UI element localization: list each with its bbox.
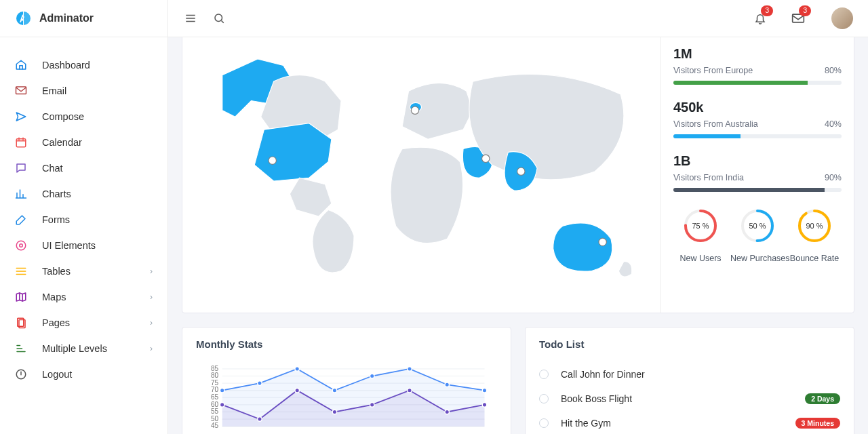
brand-name: Adminator [39,12,94,24]
map-region-south-america [313,210,354,273]
calendar-icon [15,136,27,149]
svg-point-7 [215,14,222,22]
todo-checkbox[interactable] [539,418,549,428]
map-pin-australia[interactable] [599,238,606,245]
visitor-count: 1B [673,153,842,169]
gauge-label: New Users [673,254,728,263]
visitor-count: 1M [673,46,842,62]
notifications-icon[interactable]: 3 [753,11,768,26]
home-icon [15,59,27,71]
pages-icon [15,317,27,329]
map-card: 1MVisitors From Europe80%450kVisitors Fr… [182,37,854,313]
world-map[interactable] [182,37,660,313]
svg-text:80: 80 [211,372,219,379]
sidebar-item-tables[interactable]: Tables› [0,258,167,284]
chevron-right-icon: › [150,267,153,276]
todo-item[interactable]: Call John for Dinner [539,362,840,387]
map-pin-usa[interactable] [269,157,276,164]
sidebar-item-label: Forms [42,214,153,225]
sidebar-item-ui-elements[interactable]: UI Elements [0,233,167,258]
send-icon [15,111,27,123]
todo-label: Book Boss Flight [561,393,805,404]
map-side: 1MVisitors From Europe80%450kVisitors Fr… [660,37,854,313]
gauges: 75 %New Users50 %New Purchases90 %Bounce… [673,207,842,263]
gauge: 50 %New Purchases [730,207,785,263]
sidebar-item-label: Multiple Levels [42,343,150,354]
sidebar-item-label: Pages [42,317,150,328]
map-pin-uk[interactable] [411,106,418,114]
svg-point-43 [482,388,486,392]
svg-point-46 [295,388,299,392]
avatar[interactable] [831,7,853,29]
chevron-right-icon: › [150,344,153,353]
sidebar-item-pages[interactable]: Pages› [0,310,167,336]
pencil-icon [15,214,27,226]
topbar: 3 3 [168,0,868,37]
progress-bar [673,134,842,138]
table-icon [15,265,27,277]
gauge: 75 %New Users [673,207,728,263]
map-region-africa [391,147,463,243]
visitor-stat: 1MVisitors From Europe80% [673,46,842,85]
sidebar-item-compose[interactable]: Compose [0,104,167,130]
menu-toggle-icon[interactable] [183,11,198,26]
chevron-right-icon: › [150,292,153,302]
visitor-pct: 40% [825,119,842,129]
todo-checkbox[interactable] [539,370,549,379]
svg-text:60: 60 [211,401,219,408]
sidebar: Adminator DashboardEmailComposeCalendarC… [0,0,168,434]
svg-point-3 [20,244,23,248]
sidebar-item-forms[interactable]: Forms [0,207,167,233]
map-region-asia [469,74,624,179]
svg-rect-0 [16,87,26,94]
map-region-usa [254,123,332,181]
sidebar-item-email[interactable]: Email [0,78,167,104]
map-pin-india[interactable] [517,167,525,175]
search-icon[interactable] [212,11,226,26]
sidebar-item-logout[interactable]: Logout [0,361,167,387]
svg-point-37 [258,381,262,385]
logout-icon [15,368,27,380]
svg-text:50 %: 50 % [749,222,766,230]
chevron-right-icon: › [150,318,153,328]
brand[interactable]: Adminator [0,0,167,37]
map-pin-saudi[interactable] [482,155,490,162]
todo-title: Todo List [526,328,854,357]
svg-point-42 [445,382,449,387]
sidebar-item-label: Charts [42,189,153,199]
gauge: 90 %Bounce Rate [787,207,842,263]
todo-list: Call John for DinnerBook Boss Flight2 Da… [526,357,854,434]
content: 1MVisitors From Europe80%450kVisitors Fr… [168,37,868,434]
visitor-stat: 450kVisitors From Australia40% [673,100,842,138]
levels-icon [15,342,27,355]
sidebar-item-multiple-levels[interactable]: Multiple Levels› [0,336,167,361]
svg-text:55: 55 [211,408,219,415]
svg-point-50 [445,410,449,414]
sidebar-item-label: UI Elements [42,240,153,251]
bars-icon [15,188,27,200]
svg-text:70: 70 [211,386,219,393]
sidebar-item-label: Compose [42,111,153,122]
todo-card: Todo List Call John for DinnerBook Boss … [525,327,854,434]
svg-point-41 [408,367,412,371]
sidebar-item-charts[interactable]: Charts [0,181,167,207]
todo-item[interactable]: Book Boss Flight2 Days [539,387,840,411]
monthly-stats-title: Monthly Stats [182,328,511,357]
sidebar-item-chat[interactable]: Chat [0,155,167,181]
mail-icon[interactable]: 3 [791,11,806,26]
svg-text:90 %: 90 % [806,222,823,230]
svg-text:50: 50 [211,415,219,422]
sidebar-item-calendar[interactable]: Calendar [0,130,167,155]
sidebar-item-dashboard[interactable]: Dashboard [0,52,167,78]
sidebar-item-maps[interactable]: Maps› [0,284,167,310]
todo-checkbox[interactable] [539,394,549,403]
monthly-stats-chart[interactable]: 858075706560555045 [182,357,511,434]
todo-item[interactable]: Hit the Gym3 Minutes [539,411,840,434]
svg-text:65: 65 [211,393,219,401]
visitor-label: Visitors From India [673,173,744,182]
gauge-label: New Purchases [730,254,785,263]
map-region-australia [553,223,612,271]
svg-point-40 [370,374,374,378]
svg-point-2 [16,241,26,250]
monthly-stats-card: Monthly Stats 858075706560555045 [182,327,511,434]
